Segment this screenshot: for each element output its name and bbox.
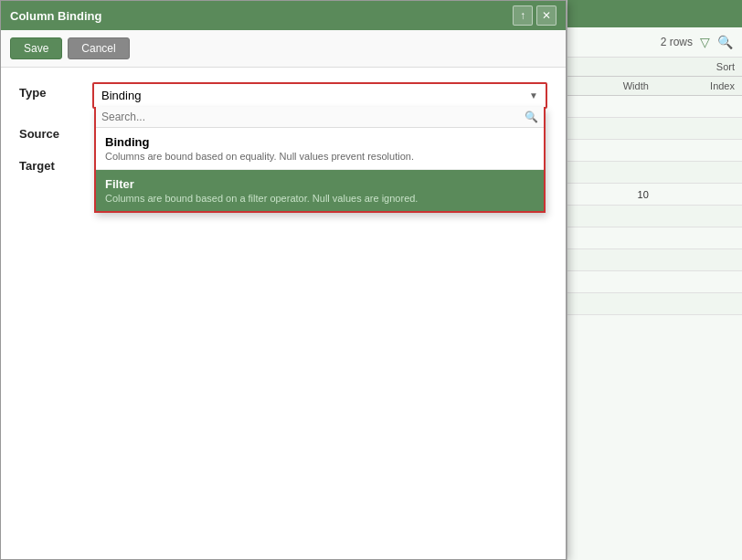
dropdown-item-binding[interactable]: Binding Columns are bound based on equal… — [96, 128, 544, 170]
dropdown-item-filter[interactable]: Filter Columns are bound based on a filt… — [96, 170, 544, 211]
type-dropdown-selected[interactable]: Binding ▼ — [94, 84, 546, 107]
table-row — [567, 271, 742, 293]
table-row — [567, 227, 742, 249]
dialog-titlebar: Column Binding ↑ ✕ — [1, 1, 566, 30]
column-binding-dialog: Column Binding ↑ ✕ Save Cancel Type Bind… — [0, 0, 567, 560]
filter-item-desc: Columns are bound based on a filter oper… — [105, 193, 535, 204]
cell-index — [656, 206, 742, 227]
dropdown-search-icon: 🔍 — [525, 111, 538, 123]
filter-icon[interactable]: ▽ — [700, 35, 710, 49]
right-panel-header — [567, 0, 742, 27]
dropdown-arrow-icon: ▼ — [529, 90, 538, 100]
close-icon: ✕ — [542, 9, 551, 22]
cell-width — [567, 118, 656, 140]
binding-item-title: Binding — [105, 135, 535, 149]
type-dropdown[interactable]: Binding ▼ 🔍 Binding Columns are bound ba… — [92, 82, 547, 109]
cell-index — [656, 271, 742, 293]
table-row — [567, 249, 742, 271]
target-label: Target — [19, 155, 92, 173]
dialog-toolbar: Save Cancel — [1, 30, 566, 68]
dialog-body: Type Binding ▼ 🔍 Binding — [1, 68, 566, 559]
cell-width — [567, 271, 656, 293]
save-button[interactable]: Save — [10, 37, 62, 59]
dropdown-list: 🔍 Binding Columns are bound based on equ… — [94, 107, 546, 213]
cell-width — [567, 162, 656, 184]
index-col-header: Index — [656, 77, 742, 96]
width-col-header: Width — [567, 77, 656, 96]
cell-width: 10 — [567, 184, 656, 206]
table-row: 10 — [567, 184, 742, 206]
dialog-title: Column Binding — [10, 9, 101, 23]
table-row — [567, 140, 742, 162]
binding-item-desc: Columns are bound based on equality. Nul… — [105, 151, 535, 162]
cell-width — [567, 293, 656, 315]
right-panel-subheader: 2 rows ▽ 🔍 — [567, 27, 742, 58]
cell-index — [656, 162, 742, 184]
cell-index — [656, 227, 742, 249]
right-table: Sort Width Index — [567, 58, 742, 315]
sort-header: Sort — [567, 58, 742, 77]
titlebar-up-button[interactable]: ↑ — [513, 5, 533, 26]
cell-index — [656, 96, 742, 118]
titlebar-buttons: ↑ ✕ — [513, 5, 556, 26]
filter-item-title: Filter — [105, 177, 535, 191]
row-count-label: 2 rows — [661, 36, 693, 48]
type-form-row: Type Binding ▼ 🔍 Binding — [19, 82, 547, 109]
right-panel: 2 rows ▽ 🔍 Sort Width Index — [567, 0, 742, 560]
cell-index — [656, 118, 742, 140]
table-row — [567, 162, 742, 184]
right-table-container: Sort Width Index — [567, 58, 742, 315]
cell-index — [656, 249, 742, 271]
cell-width — [567, 227, 656, 249]
dropdown-search-row: 🔍 — [96, 107, 544, 128]
type-control-wrap: Binding ▼ 🔍 Binding Columns are bound ba… — [92, 82, 547, 109]
cell-width — [567, 206, 656, 227]
table-row — [567, 96, 742, 118]
up-arrow-icon: ↑ — [520, 9, 525, 22]
table-row — [567, 206, 742, 227]
titlebar-close-button[interactable]: ✕ — [536, 5, 556, 26]
cell-index — [656, 293, 742, 315]
type-label: Type — [19, 82, 92, 100]
dropdown-search-input[interactable] — [101, 111, 525, 123]
search-panel-icon[interactable]: 🔍 — [717, 35, 733, 49]
source-label: Source — [19, 123, 92, 141]
type-selected-value: Binding — [101, 89, 141, 102]
cell-width — [567, 249, 656, 271]
cell-width — [567, 140, 656, 162]
cancel-button[interactable]: Cancel — [68, 37, 129, 59]
cell-index — [656, 184, 742, 206]
cell-width — [567, 96, 656, 118]
table-row — [567, 118, 742, 140]
cell-index — [656, 140, 742, 162]
table-row — [567, 293, 742, 315]
